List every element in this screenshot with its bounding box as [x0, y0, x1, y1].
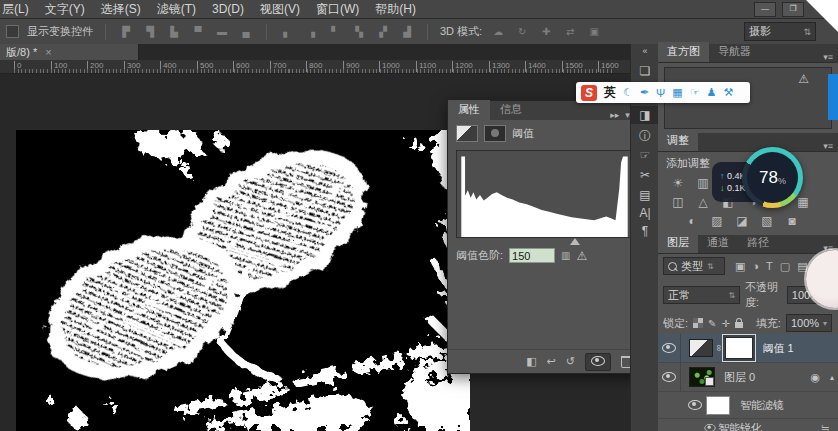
3d-scale-icon[interactable]: ▣ [586, 26, 602, 37]
smart-filters-label[interactable]: 智能滤镜 [740, 398, 784, 413]
sogou-logo[interactable]: S [581, 85, 597, 101]
show-transform-checkbox[interactable] [6, 25, 19, 38]
align-bottom-icon[interactable]: ▄ [238, 26, 254, 37]
histogram-warning-icon[interactable]: ⚠ [798, 72, 809, 86]
layer-name[interactable]: 阈值 1 [762, 341, 793, 356]
panel-menu-icon[interactable]: ▾≡ [823, 52, 838, 62]
adjustment-brightness-icon[interactable]: ☀ [670, 176, 686, 190]
distribute-2-icon[interactable]: ▗ [303, 26, 319, 37]
tab-channels[interactable]: 通道 [698, 233, 738, 253]
threshold-level-input[interactable] [509, 248, 555, 263]
tab-properties[interactable]: 属性 [448, 100, 490, 120]
ime-toolbox-icon[interactable]: ⚒ [723, 86, 733, 99]
lock-move-icon[interactable]: ✛ [721, 318, 729, 329]
threshold-slider-handle[interactable] [570, 238, 580, 245]
filter-adjustment-icon[interactable]: ◑ [752, 260, 759, 273]
collapse-smart-filters-icon[interactable]: ▴ [830, 373, 834, 382]
adjustment-selective-color-icon[interactable]: ◙ [784, 214, 800, 228]
restore-button[interactable]: ❐ [782, 2, 804, 17]
lock-paint-icon[interactable]: ✎ [708, 318, 716, 329]
distribute-4-icon[interactable]: ▚ [351, 26, 367, 37]
document-tab[interactable]: 版/8) * × [0, 44, 139, 60]
panel-icon-mini-bridge[interactable]: ❏ [631, 64, 659, 78]
distribute-6-icon[interactable]: ▟ [399, 26, 415, 37]
lock-all-icon[interactable] [735, 322, 743, 328]
visibility-toggle[interactable] [684, 392, 706, 418]
ime-mic-icon[interactable]: Ψ [656, 87, 665, 99]
menu-window[interactable]: 窗口(W) [316, 1, 359, 18]
ime-language-mode[interactable]: 英 [604, 84, 616, 101]
mask-icon[interactable] [484, 125, 506, 142]
panel-icon-character[interactable]: A| [631, 206, 659, 220]
layer0-thumbnail[interactable] [689, 367, 715, 387]
blend-mode-dropdown[interactable]: 正常 ⇅ [663, 286, 740, 304]
close-tab-icon[interactable]: × [45, 46, 51, 58]
3d-rotate-icon[interactable]: ↻ [514, 26, 530, 37]
ime-punctuation-icon[interactable]: ✒ [640, 86, 649, 99]
link-mask-icon[interactable]: ∞ [714, 345, 724, 351]
panel-menu-icon[interactable]: ▾≡ [823, 141, 838, 151]
smart-filter-mask-thumbnail[interactable] [706, 396, 730, 415]
ime-toolbar[interactable]: S 英 ☾ ✒ Ψ ▦ ☞ ♟ ⚒ [576, 82, 750, 103]
view-previous-state-icon[interactable]: ↩ [547, 355, 556, 368]
adjustment-levels-icon[interactable]: ▥ [695, 176, 711, 190]
visibility-toggle[interactable] [658, 363, 681, 391]
smart-sharpen-label[interactable]: 智能锐化 [718, 421, 762, 431]
menu-filter[interactable]: 滤镜(T) [157, 1, 196, 18]
threshold-histogram[interactable] [456, 150, 633, 238]
menu-3d[interactable]: 3D(D) [212, 2, 244, 16]
3d-slide-icon[interactable]: ⇄ [562, 26, 578, 37]
layer-name[interactable]: 图层 0 [724, 370, 755, 385]
adjustment-posterize-icon[interactable]: ▨ [709, 214, 725, 228]
layer-row-threshold[interactable]: ∞ 阈值 1 [658, 334, 838, 363]
fill-dropdown[interactable]: 100% ▾ [786, 314, 832, 332]
visibility-toggle[interactable] [658, 334, 681, 362]
panel-expand-icon[interactable]: ▸▸ [610, 110, 619, 120]
adjustment-hue-icon[interactable]: △ [695, 195, 711, 209]
distribute-5-icon[interactable]: ▞ [375, 26, 391, 37]
panel-icon-brush-presets[interactable]: ✂ [631, 168, 659, 182]
adjustment-gradient-map-icon[interactable]: ▧ [759, 214, 775, 228]
adjustment-threshold-icon[interactable]: ◪ [734, 214, 750, 228]
distribute-3-icon[interactable]: ▘ [327, 26, 343, 37]
filter-blending-options-icon[interactable]: ≒ [821, 422, 830, 431]
panel-icon-tool-presets[interactable]: ☞ [631, 148, 659, 162]
align-right-icon[interactable]: ▙ [166, 26, 182, 37]
adjustment-invert-icon[interactable]: ◐ [684, 214, 700, 228]
filter-image-icon[interactable]: ▣ [735, 260, 745, 273]
tab-adjustments[interactable]: 调整 [658, 131, 698, 151]
collapse-dock-icon[interactable]: « [631, 46, 659, 56]
menu-layer[interactable]: 层(L) [2, 1, 29, 18]
reset-adjustment-icon[interactable]: ↺ [566, 355, 575, 368]
tab-layers[interactable]: 图层 [658, 233, 698, 253]
smart-filter-badge-icon[interactable]: ◉ [810, 371, 820, 384]
filter-type-dropdown[interactable]: 类型 ⇅ [663, 257, 725, 275]
tab-info[interactable]: 信息 [490, 100, 532, 120]
system-monitor-ball[interactable]: 78% [742, 147, 803, 208]
filter-shape-icon[interactable]: ▢ [780, 260, 790, 273]
visibility-toggle[interactable] [702, 419, 718, 431]
filter-type-layers-icon[interactable]: T [766, 260, 773, 273]
ime-skin-icon[interactable]: ♟ [707, 86, 717, 99]
layer-row-smart-filters[interactable]: 智能滤镜 [658, 392, 838, 419]
tab-paths[interactable]: 路径 [738, 233, 778, 253]
align-left-icon[interactable]: ▛ [118, 26, 134, 37]
panel-icon-layer-comps[interactable]: ▤ [631, 188, 659, 202]
adjustment-color-lookup-icon[interactable]: ▦ [795, 195, 811, 209]
layer-row-smart-sharpen[interactable]: 智能锐化 ≒ [658, 419, 838, 431]
align-vcenter-icon[interactable]: ▬ [214, 26, 230, 37]
layer-mask-thumbnail[interactable] [725, 337, 753, 359]
minimize-button[interactable]: — [754, 2, 776, 17]
layer-row-layer0[interactable]: 图层 0 ◉ ▴ [658, 363, 838, 392]
tab-histogram[interactable]: 直方图 [658, 42, 709, 62]
panel-icon-histogram[interactable]: ◨ [631, 106, 659, 124]
panel-icon-info[interactable]: ⓘ [631, 128, 659, 145]
align-top-icon[interactable]: ▀ [190, 26, 206, 37]
ime-moon-icon[interactable]: ☾ [623, 86, 633, 99]
tab-navigator[interactable]: 导航器 [709, 42, 760, 62]
3d-cloud-icon[interactable]: ☁ [490, 26, 506, 37]
menu-view[interactable]: 视图(V) [260, 1, 300, 18]
panel-icon-paragraph[interactable]: ¶ [631, 224, 659, 238]
lock-transparency-icon[interactable] [693, 318, 703, 328]
ime-handwriting-icon[interactable]: ☞ [690, 86, 700, 99]
